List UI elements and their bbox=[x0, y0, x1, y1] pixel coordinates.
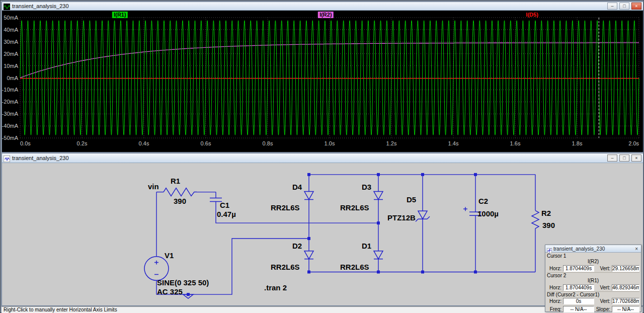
close-button[interactable]: × bbox=[631, 154, 641, 162]
y-tick-label: 20mA bbox=[4, 51, 18, 57]
component-V1-voltage-source[interactable] bbox=[144, 257, 169, 281]
cursor-dialog[interactable]: transient_analysis_230 × Cursor 1 I(R2) … bbox=[545, 245, 641, 312]
label-V1-value-line1[interactable]: SINE(0 325 50) bbox=[157, 278, 209, 287]
x-tick-label: 1.6s bbox=[510, 140, 521, 146]
component-R1-resistor[interactable] bbox=[164, 188, 197, 196]
vert-label: Vert: bbox=[596, 266, 610, 271]
legend-row: I(R1)I(R2)I(D5) bbox=[2, 11, 643, 19]
cursor1-vert-field: 29.126658mA bbox=[612, 265, 639, 272]
label-D4-name[interactable]: D4 bbox=[292, 183, 302, 191]
ltspice-app: transient_analysis_230 – □ × 0.0s0.2s0.4… bbox=[0, 0, 644, 313]
spice-directive-tran[interactable]: .tran 2 bbox=[264, 283, 287, 292]
label-R1-value[interactable]: 390 bbox=[174, 197, 186, 205]
waveform-canvas[interactable]: 0.0s0.2s0.4s0.6s0.8s1.0s1.2s1.4s1.6s1.8s… bbox=[2, 11, 643, 152]
label-V1-value-line2[interactable]: AC 325 bbox=[157, 287, 183, 296]
component-D2-diode[interactable] bbox=[304, 251, 313, 259]
label-R2-value[interactable]: 390 bbox=[542, 221, 555, 229]
x-tick-label: 1.4s bbox=[448, 140, 459, 146]
label-D1-name[interactable]: D1 bbox=[362, 242, 371, 250]
slope-field: -- N/A-- bbox=[612, 306, 639, 312]
diff-header: Diff (Cursor2 - Cursor1) bbox=[547, 291, 639, 297]
vert-label: Vert: bbox=[596, 285, 610, 290]
label-R2-name[interactable]: R2 bbox=[541, 209, 551, 217]
label-C1-name[interactable]: C1 bbox=[220, 201, 229, 209]
x-tick-label: 1.0s bbox=[325, 140, 335, 146]
schematic-titlebar[interactable]: transient_analysis_230 – □ × bbox=[2, 153, 643, 163]
y-tick-label: 10mA bbox=[4, 63, 18, 69]
minimize-button[interactable]: – bbox=[607, 3, 617, 10]
cursor-dialog-close-button[interactable]: × bbox=[633, 246, 639, 252]
legend-I(D5)[interactable]: I(D5) bbox=[524, 12, 539, 18]
schematic-window-icon bbox=[4, 155, 10, 162]
horz-label: Horz: bbox=[547, 298, 561, 304]
net-label-vin[interactable]: vin bbox=[148, 182, 159, 191]
label-C1-value[interactable]: 0.47µ bbox=[217, 210, 236, 218]
y-tick-label: -40mA bbox=[2, 123, 19, 129]
close-button[interactable]: × bbox=[631, 3, 641, 10]
minimize-button[interactable]: – bbox=[607, 154, 617, 162]
cursor1-trace-name: I(R2) bbox=[547, 259, 639, 264]
label-D4-value[interactable]: RR2L6S bbox=[271, 203, 300, 212]
diff-horz-field: 0s bbox=[563, 298, 594, 304]
waveform-window: transient_analysis_230 – □ × 0.0s0.2s0.4… bbox=[2, 2, 643, 152]
maximize-button[interactable]: □ bbox=[619, 3, 629, 10]
status-bar-text: Right-Click to manually enter Horizontal… bbox=[4, 307, 117, 312]
cursor2-trace-name: I(R1) bbox=[547, 278, 639, 283]
label-D3-value[interactable]: RR2L6S bbox=[340, 203, 369, 212]
plus-icon bbox=[154, 261, 158, 265]
label-C2-value[interactable]: 1000µ bbox=[477, 209, 499, 218]
y-tick-label: -30mA bbox=[2, 111, 19, 117]
x-tick-label: 1.8s bbox=[572, 140, 583, 146]
x-tick-label: 0.2s bbox=[77, 140, 88, 146]
component-D4-diode[interactable] bbox=[304, 192, 313, 200]
y-tick-label: -50mA bbox=[2, 135, 19, 141]
cursor2-vert-field: 46.829346mA bbox=[612, 284, 639, 291]
cursor-dialog-title: transient_analysis_230 bbox=[553, 246, 632, 252]
waveform-window-icon bbox=[4, 3, 10, 10]
component-D3-diode[interactable] bbox=[374, 192, 383, 200]
cursor1-horz-field: 1.8704409s bbox=[563, 265, 594, 272]
cursor-dialog-icon bbox=[547, 246, 552, 251]
component-R2-resistor[interactable] bbox=[532, 210, 539, 228]
waveform-titlebar[interactable]: transient_analysis_230 – □ × bbox=[2, 2, 643, 11]
cursor-dialog-body: Cursor 1 I(R2) Horz: 1.8704409s Vert: 29… bbox=[545, 253, 641, 313]
schematic-window-title: transient_analysis_230 bbox=[12, 155, 69, 161]
label-R1-name[interactable]: R1 bbox=[171, 177, 180, 185]
waveform-window-title: transient_analysis_230 bbox=[12, 3, 69, 9]
y-tick-label: 30mA bbox=[4, 39, 18, 45]
horz-label: Horz: bbox=[547, 266, 561, 271]
label-D2-name[interactable]: D2 bbox=[292, 242, 302, 250]
junction-dots bbox=[187, 173, 477, 296]
freq-field: -- N/A-- bbox=[563, 306, 594, 312]
diff-vert-field: 17.702688mA bbox=[612, 298, 639, 304]
plus-icon bbox=[463, 207, 467, 211]
wires[interactable] bbox=[156, 175, 535, 294]
cursor1-header: Cursor 1 bbox=[547, 253, 639, 259]
label-D5-value[interactable]: PTZ12B bbox=[387, 213, 416, 222]
waveform-plot-area[interactable]: 0.0s0.2s0.4s0.6s0.8s1.0s1.2s1.4s1.6s1.8s… bbox=[2, 11, 643, 152]
legend-I(R2)[interactable]: I(R2) bbox=[318, 12, 333, 18]
y-tick-label: -10mA bbox=[2, 87, 19, 93]
x-tick-label: 1.2s bbox=[386, 140, 397, 146]
y-tick-label: 0mA bbox=[7, 75, 18, 81]
cursor-dialog-titlebar[interactable]: transient_analysis_230 × bbox=[545, 245, 641, 253]
x-tick-label: 0.0s bbox=[20, 140, 31, 146]
label-V1-name[interactable]: V1 bbox=[165, 251, 174, 260]
maximize-button[interactable]: □ bbox=[619, 154, 629, 162]
cursor2-header: Cursor 2 bbox=[547, 272, 639, 278]
x-tick-label: 0.8s bbox=[263, 140, 273, 146]
label-D5-name[interactable]: D5 bbox=[407, 195, 416, 204]
freq-label: Freq: bbox=[547, 306, 561, 312]
x-tick-label: 0.6s bbox=[201, 140, 211, 146]
legend-I(R1)[interactable]: I(R1) bbox=[112, 12, 127, 18]
horz-label: Horz: bbox=[547, 285, 561, 290]
vert-label: Vert: bbox=[596, 298, 610, 304]
label-D3-name[interactable]: D3 bbox=[362, 183, 371, 191]
label-C2-name[interactable]: C2 bbox=[478, 197, 488, 205]
component-D1-diode[interactable] bbox=[374, 251, 383, 259]
cursor2-horz-field: 1.8704409s bbox=[563, 284, 594, 291]
label-D1-value[interactable]: RR2L6S bbox=[340, 263, 369, 271]
slope-label: Slope: bbox=[596, 306, 610, 312]
y-tick-label: -20mA bbox=[2, 99, 19, 105]
label-D2-value[interactable]: RR2L6S bbox=[271, 263, 300, 271]
